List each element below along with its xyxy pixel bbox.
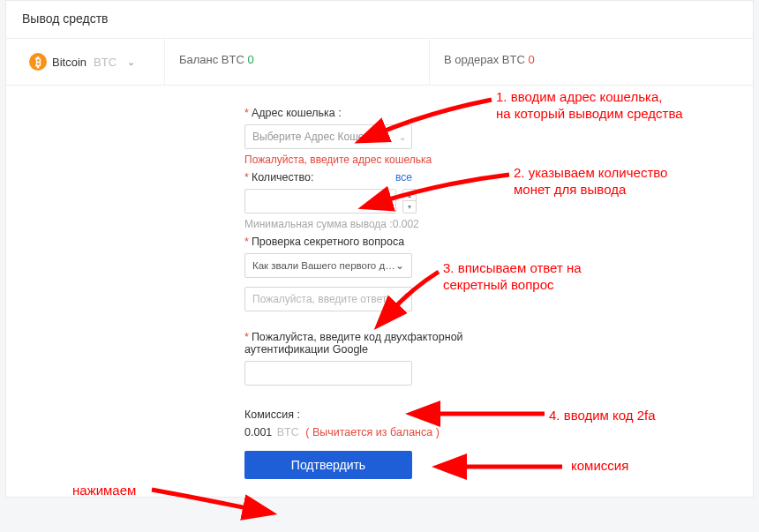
annotation-5: комиссия	[571, 458, 628, 475]
stepper-down-icon[interactable]: ▾	[403, 201, 416, 213]
coin-selector[interactable]: ₿ Bitcoin BTC ⌄	[15, 39, 165, 85]
fee-line: 0.001 BTC ( Вычитается из баланса )	[244, 426, 536, 438]
annotation-6: нажимаем	[72, 483, 136, 499]
orders-label: В ордерах BTC	[444, 53, 525, 66]
annotation-4: 4. вводим код 2fa	[549, 408, 656, 424]
orders-cell: В ордерах BTC 0	[430, 39, 744, 85]
fee-unit: BTC	[277, 426, 299, 438]
confirm-button[interactable]: Подтвердить	[244, 451, 412, 479]
question-label: *Проверка секретного вопроса	[244, 236, 536, 248]
fee-value: 0.001	[244, 426, 272, 438]
secret-question-select[interactable]: Как звали Вашего первого домашнего питом…	[244, 253, 412, 278]
amount-all-link[interactable]: все	[395, 171, 412, 184]
twofa-label: *Пожалуйста, введите код двухфакторной а…	[244, 331, 527, 356]
address-select[interactable]: Выберите Адрес Кошелька ⌄	[244, 124, 412, 149]
coin-ticker: BTC	[94, 56, 116, 69]
twofa-input[interactable]	[244, 361, 412, 386]
stepper-up-icon[interactable]: ▴	[403, 190, 416, 201]
page-title: Вывод средств	[6, 1, 753, 38]
address-error: Пожалуйста, введите адрес кошелька	[244, 154, 536, 166]
secret-answer-input[interactable]	[244, 287, 412, 311]
address-label: *Адрес кошелька :	[244, 107, 536, 119]
chevron-down-icon: ⌄	[395, 259, 404, 272]
chevron-down-icon: ⌄	[399, 132, 406, 142]
arrow-6	[147, 483, 262, 518]
balance-cell: Баланс BTC 0	[165, 39, 430, 85]
question-selected: Как звали Вашего первого домашнего питом…	[252, 260, 395, 271]
annotation-2: 2. указываем количествомонет для вывода	[514, 165, 667, 199]
fee-label: Комиссия :	[244, 408, 536, 421]
balance-value: 0	[248, 53, 254, 66]
amount-stepper[interactable]: ▴ ▾	[402, 189, 417, 214]
amount-input[interactable]	[244, 189, 396, 214]
bitcoin-icon: ₿	[29, 53, 47, 71]
fee-note: ( Вычитается из баланса )	[305, 426, 440, 438]
coin-name: Bitcoin	[52, 56, 86, 69]
orders-value: 0	[528, 53, 534, 66]
address-placeholder: Выберите Адрес Кошелька	[252, 131, 386, 143]
amount-label: *Количество:	[244, 171, 313, 184]
amount-hint: Минимальная сумма вывода :0.002	[244, 218, 536, 230]
balance-label: Баланс BTC	[179, 53, 244, 66]
info-bar: ₿ Bitcoin BTC ⌄ Баланс BTC 0 В ордерах B…	[6, 38, 753, 86]
chevron-down-icon: ⌄	[127, 56, 135, 68]
